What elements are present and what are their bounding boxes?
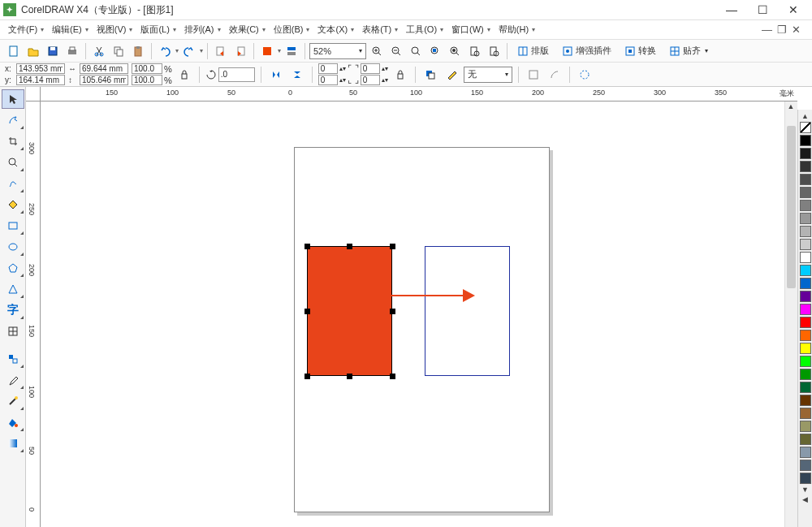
copy-button[interactable] — [110, 42, 127, 60]
zoom-page-button[interactable] — [465, 42, 483, 60]
orange-rectangle[interactable] — [307, 246, 392, 376]
handle-tc[interactable] — [347, 244, 352, 249]
smart-fill-tool[interactable] — [2, 195, 24, 214]
save-button[interactable] — [44, 42, 62, 60]
text-tool[interactable]: 字 — [2, 300, 24, 320]
polygon-tool[interactable] — [2, 258, 24, 278]
maximize-button[interactable]: ☐ — [747, 0, 778, 20]
mirror-v-button[interactable] — [288, 66, 306, 84]
interactive-blend-tool[interactable] — [2, 349, 24, 369]
vertical-scrollbar[interactable]: ▲ — [784, 102, 797, 527]
color-swatch[interactable] — [800, 343, 811, 354]
corner-bl-input[interactable] — [318, 75, 338, 85]
color-swatch[interactable] — [800, 161, 811, 172]
menu-bitmaps[interactable]: 位图(B)▾ — [270, 22, 313, 37]
minimize-button[interactable]: — — [716, 0, 747, 20]
convert-button[interactable]: 转换 — [619, 42, 662, 60]
cut-button[interactable] — [90, 42, 108, 60]
enhance-button[interactable]: 增强插件 — [556, 42, 617, 60]
menu-tools[interactable]: 工具(O)▾ — [403, 22, 447, 37]
palette-flyout[interactable]: ◀ — [800, 495, 811, 504]
close-button[interactable]: ✕ — [778, 0, 809, 20]
color-swatch[interactable] — [800, 356, 811, 367]
palette-up[interactable]: ▲ — [800, 111, 811, 121]
handle-bl[interactable] — [304, 374, 310, 379]
color-swatch[interactable] — [800, 382, 811, 393]
doc-restore-button[interactable]: ❐ — [777, 24, 787, 36]
scale-x-input[interactable] — [132, 63, 162, 74]
to-front-button[interactable] — [421, 66, 439, 84]
color-swatch[interactable] — [800, 148, 811, 159]
open-button[interactable] — [24, 42, 42, 60]
interactive-fill-tool[interactable] — [2, 434, 24, 453]
menu-help[interactable]: 帮助(H)▾ — [495, 22, 538, 37]
zoom-dropdown[interactable]: 52%▾ — [309, 43, 366, 59]
scroll-thumb[interactable] — [787, 126, 796, 288]
doc-close-button[interactable]: ✕ — [792, 24, 801, 36]
export-button[interactable] — [231, 42, 249, 60]
corner-br-input[interactable] — [361, 75, 380, 85]
menu-file[interactable]: 文件(F)▾ — [5, 22, 47, 37]
menu-effects[interactable]: 效果(C)▾ — [226, 22, 269, 37]
menu-view[interactable]: 视图(V)▾ — [93, 22, 136, 37]
import-button[interactable] — [212, 42, 230, 60]
color-swatch[interactable] — [800, 187, 811, 198]
color-swatch[interactable] — [800, 265, 811, 276]
scale-y-input[interactable] — [132, 75, 162, 85]
color-swatch[interactable] — [800, 174, 811, 185]
color-swatch[interactable] — [800, 408, 811, 419]
zoom-in-button[interactable] — [368, 42, 386, 60]
color-swatch[interactable] — [800, 473, 811, 484]
corner-tr-input[interactable] — [361, 63, 380, 74]
color-swatch[interactable] — [800, 278, 811, 289]
color-swatch[interactable] — [800, 239, 811, 250]
x-position-input[interactable] — [16, 63, 65, 74]
shape-tool[interactable] — [2, 110, 24, 130]
new-button[interactable] — [5, 42, 23, 60]
app-launcher-button[interactable] — [258, 42, 276, 60]
height-input[interactable] — [80, 75, 128, 85]
color-swatch[interactable] — [800, 421, 811, 432]
wrap-button[interactable] — [525, 66, 542, 84]
menu-edit[interactable]: 编辑(E)▾ — [49, 22, 92, 37]
y-position-input[interactable] — [16, 75, 65, 85]
color-swatch[interactable] — [800, 460, 811, 471]
eyedropper-tool[interactable] — [2, 370, 24, 390]
handle-tl[interactable] — [304, 244, 310, 249]
outline-pen-button[interactable] — [443, 66, 460, 84]
color-swatch[interactable] — [800, 252, 811, 263]
rectangle-tool[interactable] — [2, 216, 24, 235]
welcome-button[interactable] — [283, 42, 300, 60]
color-swatch[interactable] — [800, 317, 811, 328]
ruler-origin[interactable] — [26, 87, 41, 102]
zoom-selection-button[interactable] — [426, 42, 444, 60]
freehand-tool[interactable] — [2, 174, 24, 193]
snap-button[interactable]: 贴齐▾ — [663, 42, 714, 60]
lock-ratio-button[interactable] — [175, 66, 193, 84]
handle-br[interactable] — [390, 374, 395, 379]
color-swatch[interactable] — [800, 304, 811, 315]
palette-down[interactable]: ▼ — [800, 485, 811, 495]
blue-rectangle-outline[interactable] — [425, 246, 510, 376]
mirror-h-button[interactable] — [267, 66, 285, 84]
no-color-swatch[interactable] — [800, 122, 811, 133]
layout-button[interactable]: 排版 — [512, 42, 555, 60]
menu-text[interactable]: 文本(X)▾ — [314, 22, 357, 37]
ellipse-tool[interactable] — [2, 237, 24, 257]
color-swatch[interactable] — [800, 447, 811, 458]
zoom-tool[interactable] — [2, 153, 24, 172]
color-swatch[interactable] — [800, 213, 811, 224]
color-swatch[interactable] — [800, 395, 811, 406]
basic-shapes-tool[interactable] — [2, 279, 24, 299]
width-input[interactable] — [80, 63, 128, 74]
fill-tool[interactable] — [2, 413, 24, 432]
color-swatch[interactable] — [800, 135, 811, 146]
menu-arrange[interactable]: 排列(A)▾ — [181, 22, 224, 37]
convert-curves-button[interactable] — [546, 66, 564, 84]
outline-tool[interactable] — [2, 391, 24, 411]
reload-button[interactable] — [576, 66, 594, 84]
print-button[interactable] — [63, 42, 81, 60]
zoom-width-button[interactable] — [485, 42, 503, 60]
crop-tool[interactable] — [2, 132, 24, 151]
menu-layout[interactable]: 版面(L)▾ — [137, 22, 179, 37]
